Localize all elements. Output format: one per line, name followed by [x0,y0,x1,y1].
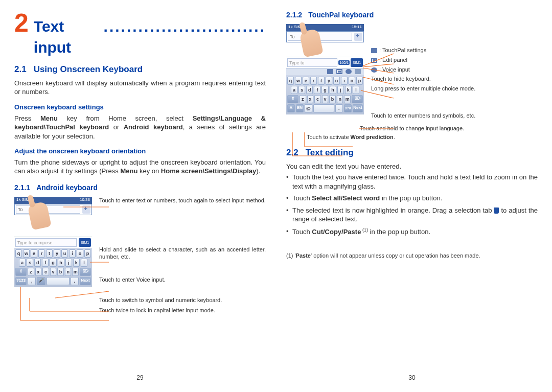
phone-mockup: 1k SIM1 15:11 To Type to 160/1 SIM1 q [286,24,364,122]
key-r[interactable]: r [310,77,317,85]
selection-tab-icon [494,207,499,214]
space-key[interactable] [313,104,334,112]
shift-key[interactable]: ⇧ [287,95,298,103]
key-k[interactable]: k [345,86,352,94]
keyboard[interactable]: qwertyuiop asdfghjkl ⇧ zxcvbnm ⌦ ?123 , … [14,248,92,287]
shift-key[interactable]: ⇧ [15,268,27,276]
mic-key[interactable]: 🎤 [37,277,45,285]
keyboard[interactable]: qwertyuiop asdfghjkl ⇧ zxcvbnm ⌦ A EN @ … [286,75,364,114]
page-number-left: 29 [14,374,266,382]
next-key[interactable]: Next [353,104,363,112]
prediction-key[interactable]: A [287,104,295,112]
key-h[interactable]: h [58,259,64,267]
key-n[interactable]: n [337,95,343,103]
key-h[interactable]: h [330,86,336,94]
add-contact-icon[interactable] [354,33,362,41]
key-i[interactable]: i [69,249,76,258]
next-key[interactable]: Next [80,277,91,285]
key-c[interactable]: c [314,95,321,103]
key-s[interactable]: s [298,86,305,94]
key-l[interactable]: l [81,259,87,267]
key-l[interactable]: l [353,86,359,94]
chapter-title: 2 Text input ...........................… [14,10,266,58]
key-v[interactable]: v [322,95,329,103]
annotation: Touch to enter Voice input. [99,276,266,283]
key-q[interactable]: q [15,249,22,258]
key-j[interactable]: j [337,86,344,94]
key-u[interactable]: u [333,77,340,85]
at-key[interactable]: @ [305,104,312,112]
key-g[interactable]: g [321,86,328,94]
key-o[interactable]: o [349,77,355,85]
key-g[interactable]: g [50,259,56,267]
key-w[interactable]: w [295,77,302,85]
delete-key[interactable]: ⌦ [80,268,91,276]
kbd-row-2: asdfghjkl [287,86,363,94]
touchpal-keyboard-figure: 1k SIM1 15:11 To Type to 160/1 SIM1 q [286,24,538,122]
key-d[interactable]: d [34,259,41,267]
key-a[interactable]: a [19,259,26,267]
key-t[interactable]: t [318,77,325,85]
key-x[interactable]: x [35,268,42,276]
key-o[interactable]: o [77,249,83,258]
compose-field[interactable]: Type to [287,58,337,67]
title-dots: ............................ [104,16,266,37]
key-i[interactable]: i [341,77,348,85]
toolbar [286,68,364,75]
edit-panel-icon[interactable] [336,69,342,74]
key-m[interactable]: m [72,268,79,276]
key-n[interactable]: n [65,268,72,276]
key-a[interactable]: a [291,86,297,94]
to-bar: To [14,204,92,215]
compose-field[interactable]: Type to compose [15,238,77,247]
footnote: (1) 'Paste' option will not appear unles… [286,252,538,260]
key-z[interactable]: z [300,95,306,103]
key-f[interactable]: f [314,86,320,94]
space-key[interactable] [47,277,70,285]
symbols-key[interactable]: !/?# [344,104,352,112]
key-x[interactable]: x [307,95,314,103]
hide-keyboard-icon[interactable] [355,69,361,74]
key-v[interactable]: v [50,268,57,276]
key-f[interactable]: f [42,259,49,267]
key-j[interactable]: j [65,259,72,267]
key-w[interactable]: w [23,249,30,258]
period-key[interactable]: . [71,277,79,285]
key-p[interactable]: p [84,249,91,258]
key-e[interactable]: e [303,77,309,85]
key-b[interactable]: b [57,268,64,276]
key-p[interactable]: p [356,77,363,85]
sim-badge[interactable]: SIM1 [79,238,91,247]
key-k[interactable]: k [73,259,80,267]
key-q[interactable]: q [287,77,294,85]
phone-mockup: 1k SIM1 10:38 To Type to compose SIM1 qw… [14,197,92,317]
key-t[interactable]: t [46,249,53,258]
comma-key[interactable]: , [28,277,36,285]
delete-key[interactable]: ⌦ [352,95,363,103]
key-r[interactable]: r [38,249,45,258]
key-y[interactable]: y [326,77,332,85]
kbd-row-2: asdfghjkl [15,259,91,267]
key-y[interactable]: y [54,249,60,258]
key-s[interactable]: s [27,259,33,267]
add-contact-icon[interactable] [82,205,90,214]
page-left: 2 Text input ...........................… [14,10,266,382]
key-u[interactable]: u [61,249,68,258]
key-z[interactable]: z [28,268,34,276]
key-e[interactable]: e [31,249,37,258]
key-c[interactable]: c [42,268,49,276]
settings-icon[interactable] [327,69,333,74]
voice-icon[interactable] [346,69,352,74]
annotation: Touch and hold to change input language. [286,125,538,132]
key-m[interactable]: m [344,95,351,103]
heading-settings: Onscreen keyboard settings [14,103,266,112]
language-key[interactable]: EN [296,104,304,112]
key-b[interactable]: b [329,95,336,103]
key-d[interactable]: d [306,86,313,94]
period-key[interactable]: . [335,104,343,112]
page-number-right: 30 [286,374,538,382]
kbd-row-3: ⇧ zxcvbnm ⌦ [287,95,363,103]
sim-badge[interactable]: SIM1 [351,58,363,67]
symbols-key[interactable]: ?123 [15,277,27,285]
compose-bar: Type to compose SIM1 [14,237,92,248]
